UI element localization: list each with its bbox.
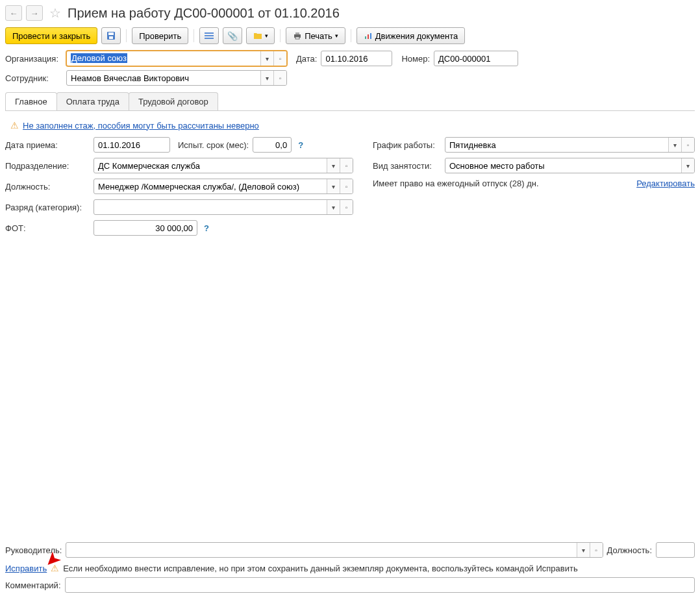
trial-field[interactable] bbox=[253, 137, 292, 153]
favorite-star-icon[interactable]: ☆ bbox=[49, 5, 61, 21]
rank-field[interactable]: ▾ ▫ bbox=[94, 199, 353, 215]
dropdown-icon[interactable]: ▾ bbox=[327, 179, 340, 193]
department-field[interactable]: ▾ ▫ bbox=[94, 158, 353, 173]
attach-button[interactable]: 📎 bbox=[223, 27, 242, 44]
hire-date-field[interactable]: ▦ bbox=[94, 137, 170, 153]
submit-close-button[interactable]: Провести и закрыть bbox=[5, 27, 97, 44]
svg-rect-11 bbox=[370, 33, 371, 39]
dropdown-icon[interactable]: ▾ bbox=[327, 158, 340, 173]
svg-rect-4 bbox=[205, 35, 214, 36]
edit-link[interactable]: Редактировать bbox=[636, 179, 695, 188]
svg-rect-1 bbox=[108, 32, 114, 35]
tab-contract[interactable]: Трудовой договор bbox=[129, 92, 218, 110]
help-icon[interactable]: ? bbox=[204, 223, 209, 233]
save-button[interactable] bbox=[101, 27, 121, 44]
nav-back-button[interactable]: ← bbox=[5, 5, 22, 21]
rank-label: Разряд (категория): bbox=[5, 203, 90, 212]
org-field[interactable]: Деловой союз ▾ ▫ bbox=[66, 51, 287, 66]
schedule-label: График работы: bbox=[373, 140, 441, 150]
dropdown-icon[interactable]: ▾ bbox=[668, 138, 681, 152]
employment-field[interactable]: ▾ bbox=[445, 158, 695, 173]
help-icon[interactable]: ? bbox=[298, 140, 303, 150]
dropdown-icon[interactable]: ▾ bbox=[681, 158, 694, 173]
dropdown-icon[interactable]: ▾ bbox=[260, 71, 273, 85]
employee-field[interactable]: ▾ ▫ bbox=[66, 70, 287, 86]
open-icon[interactable]: ▫ bbox=[340, 158, 353, 173]
toolbar-separator bbox=[351, 29, 351, 42]
chart-icon bbox=[364, 31, 373, 40]
svg-rect-8 bbox=[295, 37, 299, 39]
open-icon[interactable]: ▫ bbox=[681, 138, 694, 152]
org-label: Организация: bbox=[5, 54, 62, 64]
svg-rect-10 bbox=[368, 34, 369, 39]
employee-label: Сотрудник: bbox=[5, 73, 62, 83]
svg-rect-7 bbox=[295, 32, 299, 34]
list-button[interactable] bbox=[199, 27, 219, 44]
dropdown-icon[interactable]: ▾ bbox=[327, 200, 340, 214]
svg-rect-9 bbox=[365, 36, 366, 39]
dropdown-icon[interactable]: ▾ bbox=[260, 51, 273, 66]
fot-label: ФОТ: bbox=[5, 223, 90, 233]
date-field[interactable]: ▦ bbox=[321, 51, 392, 66]
open-icon[interactable]: ▫ bbox=[340, 200, 353, 214]
department-label: Подразделение: bbox=[5, 161, 90, 171]
open-icon[interactable]: ▫ bbox=[273, 71, 286, 85]
paperclip-icon: 📎 bbox=[227, 31, 238, 41]
svg-rect-2 bbox=[109, 36, 113, 39]
check-button[interactable]: Проверить bbox=[132, 27, 188, 44]
open-icon[interactable]: ▫ bbox=[340, 179, 353, 193]
movements-button[interactable]: Движения документа bbox=[356, 27, 465, 44]
list-icon bbox=[205, 31, 214, 40]
page-title: Прием на работу ДС00-000001 от 01.10.201… bbox=[68, 6, 340, 21]
warning-icon: ⚠ bbox=[10, 120, 19, 131]
print-button[interactable]: Печать ▾ bbox=[286, 27, 345, 44]
schedule-field[interactable]: ▾ ▫ bbox=[445, 137, 695, 153]
date-label: Дата: bbox=[296, 54, 317, 64]
printer-icon bbox=[293, 31, 302, 40]
svg-rect-3 bbox=[205, 32, 214, 34]
hire-date-label: Дата приема: bbox=[5, 140, 90, 150]
vacation-text: Имеет право на ежегодный отпуск (28) дн. bbox=[373, 179, 539, 188]
open-icon[interactable]: ▫ bbox=[273, 51, 286, 66]
position-label: Должность: bbox=[5, 182, 90, 192]
folder-dropdown-button[interactable]: ▾ bbox=[246, 27, 275, 44]
svg-rect-5 bbox=[205, 38, 214, 39]
employment-label: Вид занятости: bbox=[373, 161, 441, 171]
floppy-icon bbox=[106, 31, 116, 41]
number-field[interactable] bbox=[434, 51, 518, 66]
fot-field[interactable] bbox=[94, 220, 197, 236]
nav-forward-button[interactable]: → bbox=[26, 5, 43, 21]
tab-pay[interactable]: Оплата труда bbox=[56, 92, 129, 110]
warning-link[interactable]: Не заполнен стаж, пособия могут быть рас… bbox=[23, 121, 259, 131]
toolbar-separator bbox=[194, 29, 194, 42]
toolbar-separator bbox=[126, 29, 127, 42]
trial-label: Испыт. срок (мес): bbox=[178, 140, 249, 150]
toolbar-separator bbox=[280, 29, 281, 42]
position-field[interactable]: ▾ ▫ bbox=[94, 179, 353, 194]
tab-main[interactable]: Главное bbox=[5, 92, 57, 110]
number-label: Номер: bbox=[401, 54, 430, 64]
folder-icon bbox=[253, 32, 262, 40]
